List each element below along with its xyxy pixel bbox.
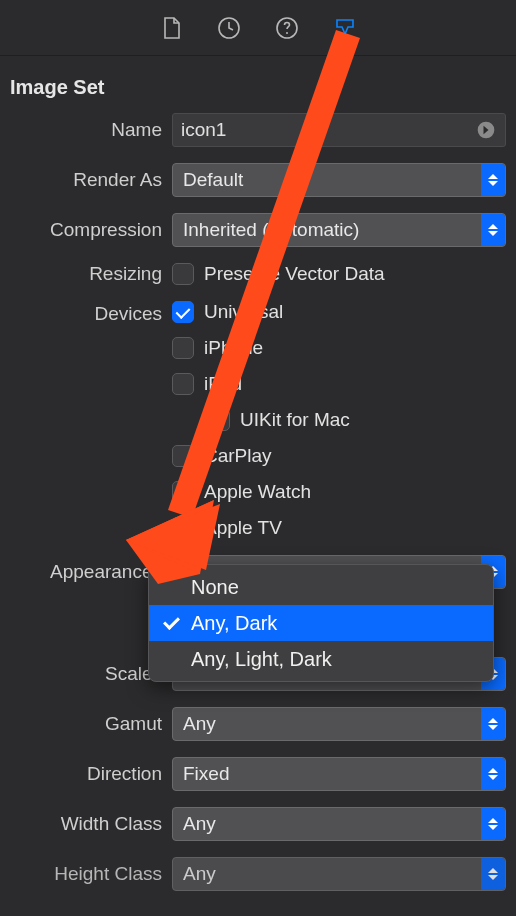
file-tab-icon[interactable] [159, 16, 183, 40]
section-header: Image Set [0, 56, 516, 113]
stepper-icon [481, 758, 505, 790]
name-jump-icon[interactable] [475, 119, 497, 141]
width-class-select[interactable]: Any [172, 807, 506, 841]
menu-item-label: Any, Dark [191, 612, 277, 635]
scales-label: Scales [10, 663, 162, 685]
direction-value: Fixed [183, 763, 229, 785]
device-item: iPad [172, 373, 350, 395]
appearances-menu: None Any, Dark Any, Light, Dark [148, 564, 494, 682]
device-item: iPhone [172, 337, 350, 359]
device-checkbox-universal[interactable] [172, 301, 194, 323]
inspector-tabbar [0, 0, 516, 56]
device-checkbox-carplay[interactable] [172, 445, 194, 467]
menu-item-label: Any, Light, Dark [191, 648, 332, 671]
form-rows: Name icon1 Render As Default [0, 113, 516, 891]
stepper-icon [481, 164, 505, 196]
height-class-label: Height Class [10, 863, 162, 885]
direction-select[interactable]: Fixed [172, 757, 506, 791]
device-item: UIKit for Mac [208, 409, 350, 431]
gamut-value: Any [183, 713, 216, 735]
render-as-value: Default [183, 169, 243, 191]
device-label: Universal [204, 301, 283, 323]
device-item: Apple TV [172, 517, 350, 539]
name-value: icon1 [181, 119, 475, 141]
menu-item-none[interactable]: None [149, 569, 493, 605]
device-label: UIKit for Mac [240, 409, 350, 431]
name-label: Name [10, 119, 162, 141]
stepper-icon [481, 708, 505, 740]
svg-point-2 [286, 32, 287, 33]
gamut-select[interactable]: Any [172, 707, 506, 741]
device-label: CarPlay [204, 445, 272, 467]
render-as-select[interactable]: Default [172, 163, 506, 197]
download-tab-icon[interactable] [333, 16, 357, 40]
appearances-label: Appearances [10, 561, 162, 583]
height-class-select[interactable]: Any [172, 857, 506, 891]
device-label: Apple TV [204, 517, 282, 539]
device-label: iPhone [204, 337, 263, 359]
render-as-label: Render As [10, 169, 162, 191]
device-checkbox-uikit-mac[interactable] [208, 409, 230, 431]
menu-item-any-light-dark[interactable]: Any, Light, Dark [149, 641, 493, 677]
device-checkbox-iphone[interactable] [172, 337, 194, 359]
stepper-icon [481, 858, 505, 890]
width-class-value: Any [183, 813, 216, 835]
devices-list: Universal iPhone iPad UIKit for Mac [172, 301, 350, 539]
compression-select[interactable]: Inherited (Automatic) [172, 213, 506, 247]
resizing-label: Resizing [10, 263, 162, 285]
device-label: iPad [204, 373, 242, 395]
name-field[interactable]: icon1 [172, 113, 506, 147]
history-tab-icon[interactable] [217, 16, 241, 40]
width-class-label: Width Class [10, 813, 162, 835]
height-class-value: Any [183, 863, 216, 885]
gamut-label: Gamut [10, 713, 162, 735]
device-checkbox-applewatch[interactable] [172, 481, 194, 503]
menu-item-label: None [191, 576, 239, 599]
device-item: CarPlay [172, 445, 350, 467]
stepper-icon [481, 808, 505, 840]
device-item: Apple Watch [172, 481, 350, 503]
stepper-icon [481, 214, 505, 246]
device-checkbox-appletv[interactable] [172, 517, 194, 539]
compression-label: Compression [10, 219, 162, 241]
device-item: Universal [172, 301, 350, 323]
help-tab-icon[interactable] [275, 16, 299, 40]
preserve-vector-label: Preserve Vector Data [204, 263, 385, 285]
direction-label: Direction [10, 763, 162, 785]
menu-item-any-dark[interactable]: Any, Dark [149, 605, 493, 641]
preserve-vector-checkbox[interactable] [172, 263, 194, 285]
device-label: Apple Watch [204, 481, 311, 503]
devices-label: Devices [10, 301, 162, 325]
device-checkbox-ipad[interactable] [172, 373, 194, 395]
compression-value: Inherited (Automatic) [183, 219, 359, 241]
